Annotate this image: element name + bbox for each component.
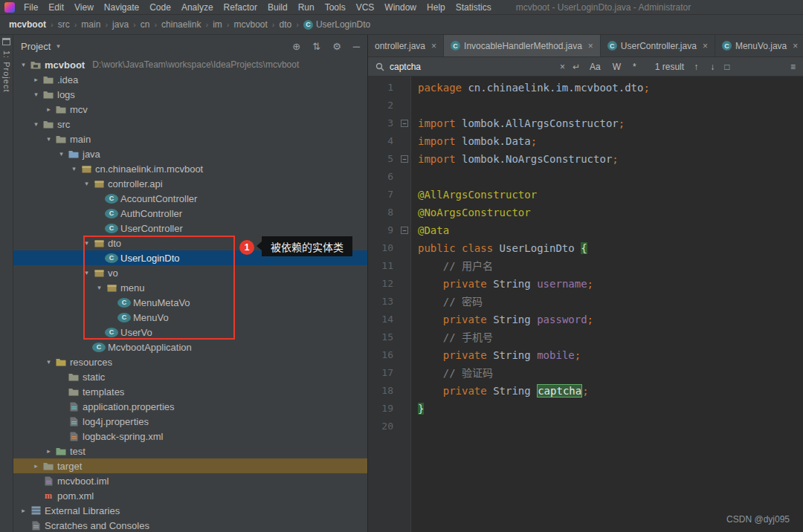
- chevron-right-icon[interactable]: ▸: [18, 507, 29, 514]
- fold-icon[interactable]: −: [401, 227, 408, 234]
- menu-vcs[interactable]: VCS: [351, 2, 380, 13]
- chevron-down-icon[interactable]: ▾: [81, 180, 92, 187]
- chevron-right-icon[interactable]: ▸: [43, 447, 54, 455]
- breadcrumb-item-6-im[interactable]: im: [211, 19, 224, 30]
- close-icon[interactable]: ×: [588, 41, 593, 51]
- breadcrumb-item-3-java[interactable]: java: [111, 19, 130, 30]
- menu-view[interactable]: View: [69, 2, 99, 13]
- search-field[interactable]: captcha: [375, 62, 552, 72]
- tree-item-external-libraries[interactable]: ▸External Libraries: [13, 503, 367, 518]
- tree-item-cn-chinaelink-im-mcvboot[interactable]: ▾cn.chinaelink.im.mcvboot: [13, 161, 367, 176]
- breadcrumb-item-0-mcvboot[interactable]: mcvboot: [7, 19, 48, 30]
- chevron-down-icon[interactable]: ▾: [81, 269, 92, 276]
- menu-statistics[interactable]: Statistics: [451, 2, 497, 13]
- tree-item-mcv[interactable]: ▸mcv: [13, 102, 367, 117]
- tree-item-mcvboot[interactable]: ▾mcvbootD:\work\JavaTeam\workspace\IdeaP…: [13, 57, 367, 72]
- tree-item-test[interactable]: ▸test: [13, 444, 367, 458]
- search-input[interactable]: captcha: [390, 62, 421, 72]
- breadcrumb-item-5-chinaelink[interactable]: chinaelink: [160, 19, 202, 30]
- tool-window-icon[interactable]: [2, 38, 10, 45]
- hide-panel-icon[interactable]: ─: [353, 41, 360, 52]
- chevron-down-icon[interactable]: ▾: [68, 165, 80, 172]
- collapse-all-icon[interactable]: ⇅: [312, 41, 320, 52]
- tree-item-logs[interactable]: ▾logs: [13, 87, 367, 102]
- tree-item-target[interactable]: ▸target: [13, 458, 367, 473]
- chevron-down-icon[interactable]: ▾: [43, 135, 54, 143]
- close-icon[interactable]: ×: [793, 41, 798, 51]
- chevron-right-icon[interactable]: ▸: [30, 462, 42, 470]
- tree-item-static[interactable]: static: [13, 369, 367, 384]
- tree-item-usercontroller[interactable]: CUserController: [13, 221, 367, 236]
- breadcrumb-item-2-main[interactable]: main: [80, 19, 102, 30]
- tree-item-mcvboot-iml[interactable]: mcvboot.iml: [13, 473, 367, 488]
- menu-analyze[interactable]: Analyze: [176, 2, 219, 13]
- close-icon[interactable]: ×: [431, 41, 436, 51]
- next-occurrence-icon[interactable]: ↓: [708, 62, 717, 72]
- tree-item-main[interactable]: ▾main: [13, 132, 367, 146]
- tree-item-menuvo[interactable]: CMenuVo: [13, 310, 367, 325]
- fold-icon[interactable]: −: [401, 155, 408, 163]
- tab-ontroller-java[interactable]: ontroller.java×: [368, 35, 444, 56]
- tab-menuvo-java[interactable]: CMenuVo.java×: [715, 35, 803, 56]
- tab-usercontroller-java[interactable]: CUserController.java×: [601, 35, 715, 56]
- chevron-down-icon[interactable]: ▾: [30, 91, 42, 98]
- menu-refactor[interactable]: Refactor: [219, 2, 262, 13]
- tree-item-menu[interactable]: ▾menu: [13, 280, 367, 295]
- breadcrumb-item-7-mcvboot[interactable]: mcvboot: [232, 19, 268, 30]
- close-icon[interactable]: ×: [703, 41, 708, 51]
- tree-item-vo[interactable]: ▾vo: [13, 265, 367, 280]
- chevron-down-icon[interactable]: ▾: [30, 120, 42, 128]
- menu-help[interactable]: Help: [422, 2, 451, 13]
- menu-navigate[interactable]: Navigate: [99, 2, 144, 13]
- tree-item-application-properties[interactable]: application.properties: [13, 399, 367, 414]
- chevron-down-icon[interactable]: ▾: [18, 61, 29, 68]
- chevron-down-icon[interactable]: ▾: [56, 150, 67, 158]
- tab-invocablehandlermethod-java[interactable]: CInvocableHandlerMethod.java×: [444, 35, 601, 56]
- menu-build[interactable]: Build: [262, 2, 293, 13]
- chevron-down-icon[interactable]: ▾: [94, 284, 105, 291]
- tree-item-mcvbootapplication[interactable]: CMcvbootApplication: [13, 340, 367, 354]
- menu-run[interactable]: Run: [293, 2, 320, 13]
- menu-window[interactable]: Window: [379, 2, 422, 13]
- breadcrumb-item-8-dto[interactable]: dto: [278, 19, 294, 30]
- tree-item-menumetavo[interactable]: CMenuMetaVo: [13, 295, 367, 310]
- tree-item-idea[interactable]: ▸.idea: [13, 72, 367, 87]
- tree-item-uservo[interactable]: CUserVo: [13, 325, 367, 340]
- newline-icon[interactable]: ↵: [573, 62, 580, 72]
- tree-item-logback-spring-xml[interactable]: logback-spring.xml: [13, 429, 367, 444]
- tree-item-src[interactable]: ▾src: [13, 117, 367, 132]
- project-view-selector[interactable]: Project: [21, 41, 51, 52]
- gear-icon[interactable]: ⚙: [332, 41, 341, 52]
- tree-item-log4j-properties[interactable]: log4j.properties: [13, 414, 367, 429]
- regex-toggle[interactable]: *: [631, 62, 639, 72]
- chevron-right-icon[interactable]: ▸: [43, 106, 54, 113]
- open-in-find-window-icon[interactable]: □: [724, 62, 729, 72]
- breadcrumb-item-4-cn[interactable]: cn: [139, 19, 152, 30]
- chevron-down-icon[interactable]: ▼: [55, 43, 61, 50]
- menu-tools[interactable]: Tools: [320, 2, 351, 13]
- tree-item-pom-xml[interactable]: mpom.xml: [13, 488, 367, 503]
- tree-item-controller-api[interactable]: ▾controller.api: [13, 176, 367, 191]
- chevron-right-icon[interactable]: ▸: [30, 76, 42, 83]
- chevron-down-icon[interactable]: ▾: [43, 358, 54, 366]
- menu-file[interactable]: File: [19, 2, 43, 13]
- tree-item-accountcontroller[interactable]: CAccountController: [13, 191, 367, 206]
- words-toggle[interactable]: W: [610, 62, 623, 72]
- filter-search-icon[interactable]: ≡: [790, 62, 796, 72]
- fold-icon[interactable]: −: [401, 120, 408, 127]
- menu-edit[interactable]: Edit: [43, 2, 69, 13]
- menu-code[interactable]: Code: [144, 2, 176, 13]
- locate-icon[interactable]: ⊕: [292, 41, 300, 52]
- match-case-toggle[interactable]: Aa: [587, 62, 603, 72]
- tree-item-resources[interactable]: ▾resources: [13, 354, 367, 369]
- tree-item-java[interactable]: ▾java: [13, 146, 367, 161]
- breadcrumb-item-9-userlogindto[interactable]: CUserLoginDto: [302, 19, 372, 30]
- chevron-down-icon[interactable]: ▾: [81, 239, 92, 247]
- tree-item-templates[interactable]: templates: [13, 384, 367, 399]
- project-tool-button[interactable]: 1: Project: [2, 51, 11, 92]
- clear-search-icon[interactable]: ×: [560, 62, 565, 72]
- tree-item-authcontroller[interactable]: CAuthController: [13, 206, 367, 221]
- tree-item-scratches-and-consoles[interactable]: Scratches and Consoles: [13, 518, 367, 532]
- previous-occurrence-icon[interactable]: ↑: [691, 62, 700, 72]
- breadcrumb-item-1-src[interactable]: src: [57, 19, 71, 30]
